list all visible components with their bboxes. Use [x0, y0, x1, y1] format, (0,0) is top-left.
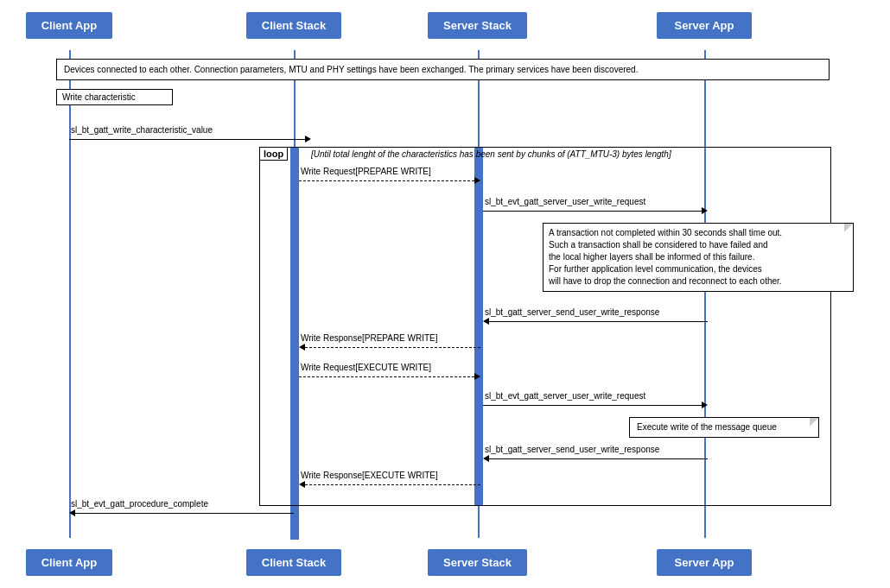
arrow-user-write-req-1	[483, 207, 708, 214]
arrow-prepare-write-req-label: Write Request[PREPARE WRITE]	[301, 167, 431, 176]
client-stack-bottom: Client Stack	[246, 549, 341, 576]
arrow-procedure-complete-label: sl_bt_evt_gatt_procedure_complete	[71, 499, 208, 509]
write-char-note: Write characteristic	[56, 89, 173, 105]
arrow-user-write-req-1-label: sl_bt_evt_gatt_server_user_write_request	[485, 197, 645, 206]
arrow-write-char-value-label: sl_bt_gatt_write_characteristic_value	[71, 125, 213, 135]
server-stack-bottom: Server Stack	[428, 549, 527, 576]
server-app-bottom: Server App	[657, 549, 752, 576]
client-app-top: Client App	[26, 12, 112, 39]
lifeline-client-app	[69, 50, 71, 538]
execute-write-note: Execute write of the message queue	[629, 417, 819, 438]
arrow-send-user-write-resp-1-label: sl_bt_gatt_server_send_user_write_respon…	[485, 307, 659, 317]
server-stack-top: Server Stack	[428, 12, 527, 39]
arrow-execute-write-resp-label: Write Response[EXECUTE WRITE]	[301, 471, 438, 480]
arrow-user-write-req-2-label: sl_bt_evt_gatt_server_user_write_request	[485, 391, 645, 401]
arrow-send-user-write-resp-1	[483, 318, 708, 325]
server-app-top: Server App	[657, 12, 752, 39]
arrow-prepare-write-resp-label: Write Response[PREPARE WRITE]	[301, 333, 438, 343]
arrow-prepare-write-resp	[299, 344, 480, 351]
loop-label: loop	[259, 147, 288, 161]
arrow-procedure-complete	[69, 509, 294, 516]
arrow-write-char-value	[69, 136, 311, 142]
arrow-execute-write-resp	[299, 481, 480, 488]
arrow-prepare-write-req	[299, 177, 480, 184]
timeout-note: A transaction not completed within 30 se…	[543, 223, 854, 292]
client-stack-top: Client Stack	[246, 12, 341, 39]
arrow-user-write-req-2	[483, 401, 708, 408]
loop-condition: [Until total lenght of the characteristi…	[311, 149, 828, 159]
initial-note: Devices connected to each other. Connect…	[56, 59, 830, 80]
arrow-execute-write-req	[299, 373, 480, 380]
arrow-send-user-write-resp-2-label: sl_bt_gatt_server_send_user_write_respon…	[485, 445, 659, 454]
arrow-send-user-write-resp-2	[483, 455, 708, 462]
arrow-execute-write-req-label: Write Request[EXECUTE WRITE]	[301, 363, 431, 372]
client-app-bottom: Client App	[26, 549, 112, 576]
